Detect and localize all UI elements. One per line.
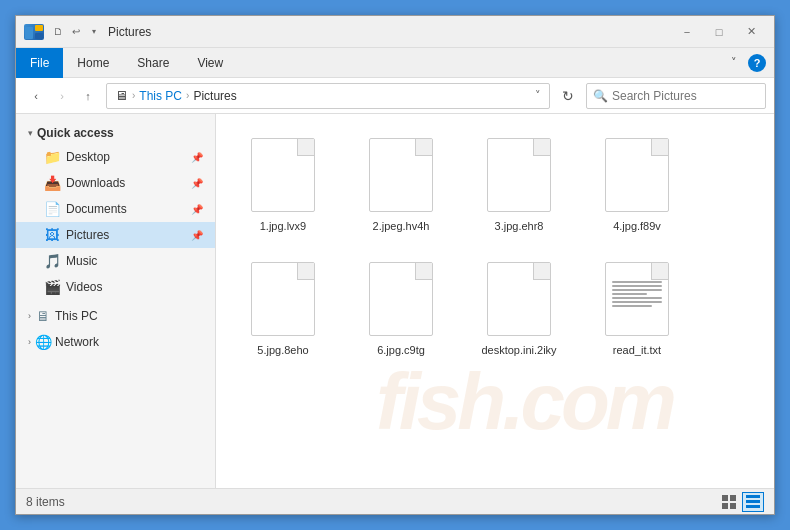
file-grid: 1.jpg.lvx9 2.jpeg.hv4h 3.jpg.ehr8 [228, 126, 762, 367]
doc-shape-3 [487, 138, 551, 212]
file-icon-5 [247, 259, 319, 339]
thispc-icon: 🖥 [35, 308, 51, 324]
pin-icon-downloads: 📌 [191, 178, 203, 189]
undo-icon[interactable]: ↩ [68, 24, 84, 40]
pin-icon-desktop: 📌 [191, 152, 203, 163]
downloads-folder-icon: 📥 [44, 175, 60, 191]
refresh-button[interactable]: ↻ [556, 84, 580, 108]
file-label-8: read_it.txt [613, 343, 661, 357]
doc-shape-2 [369, 138, 433, 212]
file-item[interactable]: 6.jpg.c9tg [346, 250, 456, 366]
svg-rect-7 [746, 495, 760, 498]
search-icon: 🔍 [593, 89, 608, 103]
minimize-button[interactable]: − [672, 21, 702, 43]
file-item[interactable]: 4.jpg.f89v [582, 126, 692, 242]
music-folder-icon: 🎵 [44, 253, 60, 269]
file-icon-4 [601, 135, 673, 215]
doc-shape-7 [487, 262, 551, 336]
menu-file[interactable]: File [16, 48, 63, 78]
expand-ribbon-button[interactable]: ˅ [724, 53, 744, 73]
thispc-arrow: › [28, 311, 31, 321]
file-item[interactable]: read_it.txt [582, 250, 692, 366]
file-area: fish.com 1.jpg.lvx9 2.jpeg.hv4h [216, 114, 774, 488]
properties-icon[interactable]: 🗋 [50, 24, 66, 40]
pin-icon-pictures: 📌 [191, 230, 203, 241]
sidebar-label-downloads: Downloads [66, 176, 185, 190]
network-header[interactable]: › 🌐 Network [16, 330, 215, 354]
maximize-button[interactable]: □ [704, 21, 734, 43]
sidebar-label-pictures: Pictures [66, 228, 185, 242]
file-icon-2 [365, 135, 437, 215]
quick-access-header[interactable]: ▾ Quick access [16, 122, 215, 144]
network-arrow: › [28, 337, 31, 347]
file-label-2: 2.jpeg.hv4h [373, 219, 430, 233]
sidebar-item-videos[interactable]: 🎬 Videos [16, 274, 215, 300]
documents-folder-icon: 📄 [44, 201, 60, 217]
thispc-header[interactable]: › 🖥 This PC [16, 304, 215, 328]
svg-rect-6 [730, 503, 736, 509]
down-arrow-icon[interactable]: ▾ [86, 24, 102, 40]
menu-bar: File Home Share View ˅ ? [16, 48, 774, 78]
sidebar-item-pictures[interactable]: 🖼 Pictures 📌 [16, 222, 215, 248]
file-label-1: 1.jpg.lvx9 [260, 219, 306, 233]
breadcrumb-pictures: Pictures [193, 89, 236, 103]
file-item[interactable]: 1.jpg.lvx9 [228, 126, 338, 242]
file-label-7: desktop.ini.2iky [481, 343, 556, 357]
desktop-folder-icon: 📁 [44, 149, 60, 165]
main-content: ▾ Quick access 📁 Desktop 📌 📥 Downloads 📌… [16, 114, 774, 488]
menu-view[interactable]: View [183, 48, 237, 78]
breadcrumb-sep-2: › [186, 90, 189, 101]
svg-rect-4 [730, 495, 736, 501]
file-item[interactable]: 3.jpg.ehr8 [464, 126, 574, 242]
details-view-button[interactable] [742, 492, 764, 512]
sidebar-item-downloads[interactable]: 📥 Downloads 📌 [16, 170, 215, 196]
nav-buttons: ‹ › ↑ [24, 84, 100, 108]
file-icon-7 [483, 259, 555, 339]
file-icon-3 [483, 135, 555, 215]
file-label-4: 4.jpg.f89v [613, 219, 661, 233]
file-item[interactable]: 5.jpg.8eho [228, 250, 338, 366]
sidebar-item-desktop[interactable]: 📁 Desktop 📌 [16, 144, 215, 170]
up-button[interactable]: ↑ [76, 84, 100, 108]
file-item[interactable]: 2.jpeg.hv4h [346, 126, 456, 242]
breadcrumb: 🖥 › This PC › Pictures ˅ [106, 83, 550, 109]
close-button[interactable]: ✕ [736, 21, 766, 43]
pictures-folder-icon: 🖼 [44, 227, 60, 243]
svg-rect-0 [25, 27, 33, 39]
file-label-6: 6.jpg.c9tg [377, 343, 425, 357]
breadcrumb-dropdown[interactable]: ˅ [535, 89, 541, 102]
menu-share[interactable]: Share [123, 48, 183, 78]
doc-shape-8 [605, 262, 669, 336]
sidebar-label-music: Music [66, 254, 203, 268]
view-buttons [718, 492, 764, 512]
window-title: Pictures [108, 25, 151, 39]
doc-shape-4 [605, 138, 669, 212]
back-button[interactable]: ‹ [24, 84, 48, 108]
sidebar-label-videos: Videos [66, 280, 203, 294]
forward-button[interactable]: › [50, 84, 74, 108]
videos-folder-icon: 🎬 [44, 279, 60, 295]
sidebar: ▾ Quick access 📁 Desktop 📌 📥 Downloads 📌… [16, 114, 216, 488]
search-input[interactable] [612, 89, 752, 103]
pin-icon-documents: 📌 [191, 204, 203, 215]
search-box[interactable]: 🔍 [586, 83, 766, 109]
file-label-3: 3.jpg.ehr8 [495, 219, 544, 233]
menu-home[interactable]: Home [63, 48, 123, 78]
file-item[interactable]: desktop.ini.2iky [464, 250, 574, 366]
thispc-label: This PC [55, 309, 98, 323]
sidebar-item-music[interactable]: 🎵 Music [16, 248, 215, 274]
window-controls: − □ ✕ [672, 21, 766, 43]
sidebar-item-documents[interactable]: 📄 Documents 📌 [16, 196, 215, 222]
breadcrumb-thispc[interactable]: This PC [139, 89, 182, 103]
help-button[interactable]: ? [748, 54, 766, 72]
file-icon-6 [365, 259, 437, 339]
network-icon: 🌐 [35, 334, 51, 350]
sidebar-label-desktop: Desktop [66, 150, 185, 164]
quick-access-arrow: ▾ [28, 128, 33, 138]
doc-shape-6 [369, 262, 433, 336]
large-icons-view-button[interactable] [718, 492, 740, 512]
title-bar-left: 🗋 ↩ ▾ Pictures [24, 24, 672, 40]
doc-shape-1 [251, 138, 315, 212]
file-label-5: 5.jpg.8eho [257, 343, 308, 357]
svg-rect-2 [35, 33, 43, 39]
